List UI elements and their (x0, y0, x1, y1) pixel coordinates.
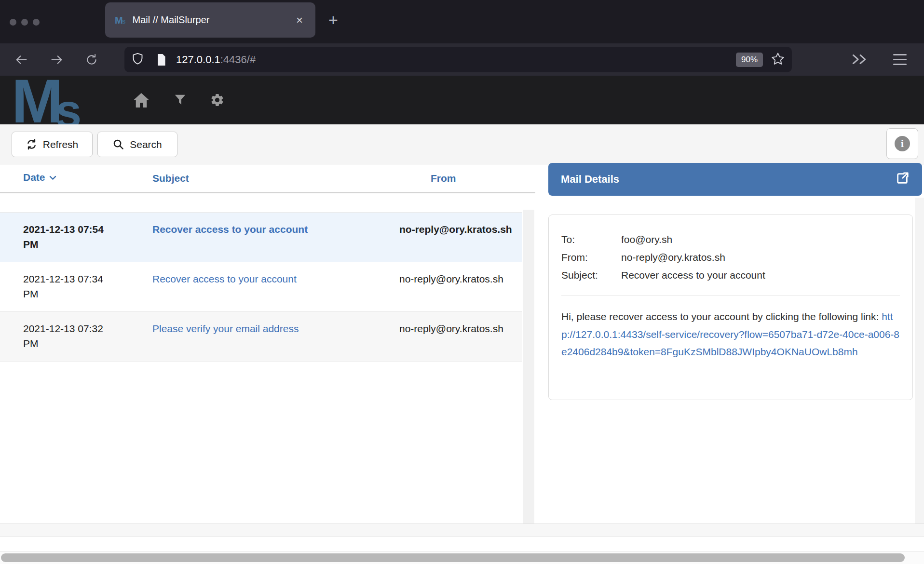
mail-list-pane: Date Subject From 2021-12-13 07:54 PM Re… (0, 164, 535, 193)
mail-rows: 2021-12-13 07:54 PM Recover access to yo… (0, 212, 522, 362)
tab-title: Mail // MailSlurper (132, 14, 293, 26)
zoom-level-badge[interactable]: 90% (736, 53, 763, 67)
mail-row[interactable]: 2021-12-13 07:32 PM Please verify your e… (0, 312, 522, 362)
divider (561, 295, 900, 295)
search-label: Search (130, 139, 162, 150)
to-value: foo@ory.sh (621, 230, 900, 248)
mail-body: Hi, please recover access to your accoun… (561, 308, 900, 361)
from-label: From: (561, 248, 621, 266)
details-scrollbar-track[interactable] (915, 198, 924, 524)
mail-date: 2021-12-13 07:32 PM (23, 321, 112, 353)
window-dot[interactable] (33, 19, 40, 26)
app-toolbar: Refresh Search i (0, 124, 924, 164)
new-tab-button[interactable]: + (322, 9, 344, 31)
url-port-path: :4436/# (220, 54, 256, 66)
refresh-icon (26, 139, 37, 150)
from-value: no-reply@ory.kratos.sh (621, 248, 900, 266)
browser-titlebar: Ms Mail // MailSlurper × + (0, 0, 924, 43)
to-label: To: (561, 230, 621, 248)
list-scrollbar-track[interactable] (523, 210, 534, 524)
browser-toolbar: 127.0.0.1:4436/# 90% (0, 43, 924, 76)
url-text[interactable]: 127.0.0.1:4436/# (176, 54, 736, 66)
mail-details-header: Mail Details (548, 163, 922, 196)
url-bar[interactable]: 127.0.0.1:4436/# 90% (124, 47, 792, 72)
sort-desc-icon (48, 173, 57, 184)
info-icon: i (895, 136, 910, 151)
mail-from: no-reply@ory.kratos.sh (399, 271, 517, 303)
mail-from: no-reply@ory.kratos.sh (399, 222, 517, 254)
mail-subject-link[interactable]: Please verify your email address (152, 323, 299, 334)
mail-row[interactable]: 2021-12-13 07:54 PM Recover access to yo… (0, 213, 522, 262)
column-header-from[interactable]: From (399, 173, 535, 184)
open-external-icon[interactable] (895, 171, 910, 188)
gear-icon[interactable] (203, 76, 231, 124)
bottom-strip (0, 524, 924, 537)
tab-close-icon[interactable]: × (293, 13, 306, 27)
search-icon (113, 139, 124, 150)
mail-details-card: To: foo@ory.sh From: no-reply@ory.kratos… (548, 215, 913, 400)
browser-tab[interactable]: Ms Mail // MailSlurper × (105, 2, 315, 38)
mail-date: 2021-12-13 07:34 PM (23, 271, 112, 303)
refresh-button[interactable]: Refresh (12, 132, 93, 157)
shield-icon[interactable] (131, 52, 144, 67)
mailslurper-nav: M s (0, 76, 924, 124)
window-dot[interactable] (10, 19, 16, 26)
window-controls[interactable] (10, 19, 40, 26)
mail-from: no-reply@ory.kratos.sh (399, 321, 517, 353)
mail-details-title: Mail Details (561, 173, 895, 186)
horizontal-scrollbar[interactable] (0, 551, 924, 564)
column-header-date[interactable]: Date (23, 172, 152, 185)
refresh-label: Refresh (43, 139, 79, 150)
overflow-chevrons-icon[interactable] (850, 52, 871, 68)
column-header-subject[interactable]: Subject (152, 173, 399, 184)
filter-icon[interactable] (165, 76, 194, 124)
page-info-icon[interactable] (156, 54, 167, 66)
search-button[interactable]: Search (97, 132, 177, 157)
mail-list-header: Date Subject From (0, 164, 535, 193)
subject-value: Recover access to your account (621, 266, 900, 284)
horizontal-scrollbar-thumb[interactable] (1, 553, 905, 562)
browser-window: Ms Mail // MailSlurper × + 127.0.0.1:443… (0, 0, 924, 564)
mail-row[interactable]: 2021-12-13 07:34 PM Recover access to yo… (0, 262, 522, 312)
home-icon[interactable] (127, 76, 156, 124)
mailslurper-logo[interactable]: M s (12, 79, 82, 124)
subject-label: Subject: (561, 266, 621, 284)
window-dot[interactable] (21, 19, 28, 26)
mailslurper-favicon-icon: Ms (115, 15, 125, 25)
info-button[interactable]: i (886, 128, 918, 159)
mail-subject-link[interactable]: Recover access to your account (152, 224, 308, 235)
mail-date: 2021-12-13 07:54 PM (23, 222, 112, 254)
bookmark-star-icon[interactable] (771, 52, 785, 68)
reload-icon[interactable] (80, 43, 103, 76)
mail-subject-link[interactable]: Recover access to your account (152, 273, 297, 284)
menu-hamburger-icon[interactable] (893, 54, 907, 65)
